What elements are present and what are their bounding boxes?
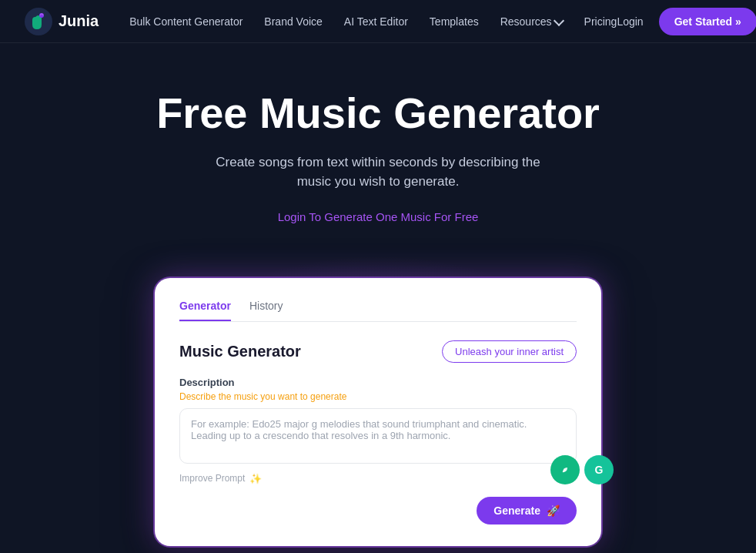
floating-icons: G [550,455,614,484]
grammarly-icon: G [584,455,614,484]
nav-ai-text-editor[interactable]: AI Text Editor [344,15,408,28]
get-started-button[interactable]: Get Started » [659,8,756,35]
tab-generator[interactable]: Generator [179,300,231,321]
hero-title: Free Music Generator [15,89,741,137]
hero-section: Free Music Generator Create songs from t… [0,43,756,255]
tabs-bar: Generator History [179,300,577,322]
login-button[interactable]: Login [617,15,643,28]
nav-links: Bulk Content Generator Brand Voice AI Te… [129,15,617,28]
logo[interactable]: Junia [25,8,99,35]
nav-brand-voice[interactable]: Brand Voice [264,15,323,28]
improve-prompt-button[interactable]: Improve Prompt ✨ [179,473,577,484]
description-textarea[interactable] [179,408,577,464]
leaf-icon [550,455,580,484]
nav-resources[interactable]: Resources [500,15,563,28]
resources-chevron-down-icon [554,15,564,25]
generator-card: Generator History Music Generator Unleas… [155,278,601,546]
junia-logo-icon [25,8,52,35]
generate-button[interactable]: Generate 🚀 [477,497,577,525]
card-wrapper: Generator History Music Generator Unleas… [0,255,756,546]
artist-badge: Unleash your inner artist [442,340,577,363]
hero-login-link[interactable]: Login To Generate One Music For Free [278,210,479,223]
magic-wand-icon: ✨ [249,473,262,484]
card-title: Music Generator [179,343,301,360]
logo-text: Junia [59,12,99,30]
hero-subtitle: Create songs from text within seconds by… [201,152,555,192]
nav-pricing[interactable]: Pricing [584,15,617,28]
description-hint: Describe the music you want to generate [179,391,577,402]
card-header: Music Generator Unleash your inner artis… [179,340,577,363]
rocket-icon: 🚀 [547,504,560,517]
description-field: Description Describe the music you want … [179,377,577,467]
card-footer: Generate 🚀 [179,497,577,525]
nav-templates[interactable]: Templates [430,15,479,28]
nav-bulk-content[interactable]: Bulk Content Generator [129,15,243,28]
navbar: Junia Bulk Content Generator Brand Voice… [0,0,756,43]
tab-history[interactable]: History [249,300,283,321]
description-label: Description [179,377,577,388]
improve-prompt-label: Improve Prompt [179,473,245,484]
nav-actions: Login Get Started » [617,8,756,35]
